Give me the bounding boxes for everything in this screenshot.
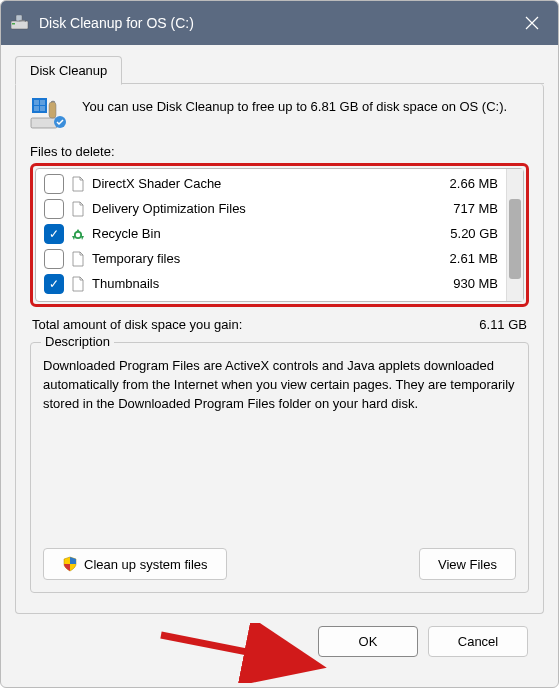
file-icon: [70, 176, 86, 192]
file-size: 2.61 MB: [450, 251, 498, 266]
files-to-delete-label: Files to delete:: [30, 144, 529, 159]
description-button-row: Clean up system files View Files: [43, 548, 516, 580]
file-icon: [70, 201, 86, 217]
svg-rect-9: [49, 102, 56, 118]
intro-text: You can use Disk Cleanup to free up to 6…: [82, 96, 507, 116]
file-size: 930 MB: [453, 276, 498, 291]
view-files-label: View Files: [438, 557, 497, 572]
tab-disk-cleanup[interactable]: Disk Cleanup: [15, 56, 122, 85]
svg-point-11: [75, 231, 81, 237]
ok-label: OK: [359, 634, 378, 649]
file-checkbox[interactable]: [44, 199, 64, 219]
files-list-highlight: DirectX Shader Cache2.66 MBDelivery Opti…: [30, 163, 529, 307]
file-name: Delivery Optimization Files: [92, 201, 447, 216]
file-checkbox[interactable]: [44, 249, 64, 269]
tab-label: Disk Cleanup: [30, 63, 107, 78]
drive-icon: [11, 15, 31, 31]
file-name: Thumbnails: [92, 276, 447, 291]
dialog-content: Disk Cleanup: [1, 45, 558, 687]
file-checkbox[interactable]: ✓: [44, 274, 64, 294]
files-list[interactable]: DirectX Shader Cache2.66 MBDelivery Opti…: [35, 168, 524, 302]
description-legend: Description: [41, 334, 114, 349]
files-scrollbar[interactable]: [506, 169, 523, 301]
file-name: Recycle Bin: [92, 226, 444, 241]
file-name: DirectX Shader Cache: [92, 176, 444, 191]
cleanup-icon: [30, 96, 70, 130]
intro-row: You can use Disk Cleanup to free up to 6…: [30, 96, 529, 130]
file-row[interactable]: ✓Thumbnails930 MB: [38, 271, 504, 296]
cancel-button[interactable]: Cancel: [428, 626, 528, 657]
description-group: Description Downloaded Program Files are…: [30, 342, 529, 593]
svg-rect-8: [31, 118, 57, 128]
svg-rect-1: [12, 23, 15, 25]
cleanup-button-label: Clean up system files: [84, 557, 208, 572]
close-button[interactable]: [506, 1, 558, 45]
view-files-button[interactable]: View Files: [419, 548, 516, 580]
disk-cleanup-window: Disk Cleanup for OS (C:) Disk Cleanup: [0, 0, 559, 688]
file-icon: [70, 251, 86, 267]
ok-button[interactable]: OK: [318, 626, 418, 657]
shield-icon: [62, 556, 78, 572]
file-row[interactable]: Delivery Optimization Files717 MB: [38, 196, 504, 221]
svg-rect-7: [40, 106, 45, 111]
file-icon: [70, 276, 86, 292]
file-checkbox[interactable]: [44, 174, 64, 194]
svg-rect-6: [34, 106, 39, 111]
description-text: Downloaded Program Files are ActiveX con…: [43, 357, 516, 538]
file-size: 717 MB: [453, 201, 498, 216]
svg-rect-4: [34, 100, 39, 105]
file-row[interactable]: ✓Recycle Bin5.20 GB: [38, 221, 504, 246]
total-label: Total amount of disk space you gain:: [32, 317, 242, 332]
total-row: Total amount of disk space you gain: 6.1…: [32, 317, 527, 332]
cancel-label: Cancel: [458, 634, 498, 649]
file-size: 2.66 MB: [450, 176, 498, 191]
file-size: 5.20 GB: [450, 226, 498, 241]
window-title: Disk Cleanup for OS (C:): [39, 15, 194, 31]
tab-content: You can use Disk Cleanup to free up to 6…: [15, 84, 544, 614]
tab-bar: Disk Cleanup: [15, 55, 544, 84]
file-name: Temporary files: [92, 251, 444, 266]
cleanup-system-files-button[interactable]: Clean up system files: [43, 548, 227, 580]
titlebar: Disk Cleanup for OS (C:): [1, 1, 558, 45]
total-value: 6.11 GB: [479, 317, 527, 332]
svg-rect-5: [40, 100, 45, 105]
scrollbar-thumb[interactable]: [509, 199, 521, 279]
file-checkbox[interactable]: ✓: [44, 224, 64, 244]
recycle-bin-icon: [70, 226, 86, 242]
dialog-button-row: OK Cancel: [15, 614, 544, 673]
file-row[interactable]: Temporary files2.61 MB: [38, 246, 504, 271]
file-row[interactable]: DirectX Shader Cache2.66 MB: [38, 171, 504, 196]
svg-rect-0: [11, 21, 28, 29]
